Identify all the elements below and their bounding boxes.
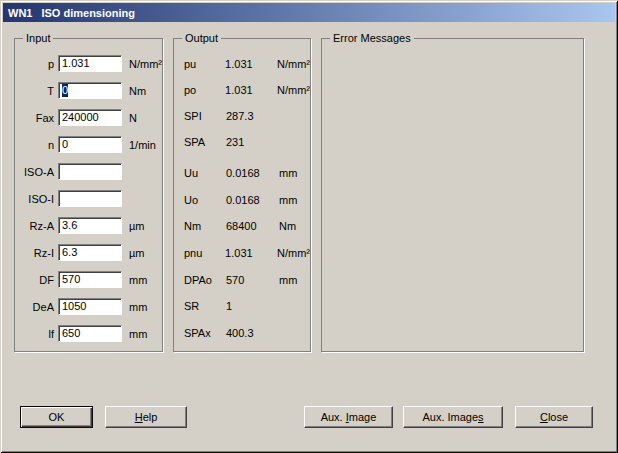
window-tag: WN1 [8,7,32,19]
input-row: Rz-A 3.6 µm [15,217,162,234]
input-label: T [15,85,54,97]
output-unit: Nm [279,220,296,232]
output-row: DPAo 570 mm [184,266,310,293]
input-value: 240000 [62,111,99,124]
output-label: pu [184,58,225,70]
output-row: SR 1 [184,293,310,320]
output-label: SPI [184,110,226,122]
input-field[interactable]: 0 [58,82,122,99]
input-unit: N/mm² [129,58,162,70]
input-value: 0 [62,138,68,151]
input-unit: mm [129,274,147,286]
input-value: 1.031 [62,57,90,70]
input-unit: 1/min [129,139,156,151]
input-row: Rz-I 6.3 µm [15,244,162,261]
input-unit: mm [129,328,147,340]
output-label: SPAx [184,327,226,339]
output-row: pnu 1.031 N/mm² [184,240,310,267]
input-group-label: Input [23,32,53,45]
input-field[interactable]: 240000 [58,109,122,126]
output-unit: N/mm² [277,84,310,96]
output-value: 1 [226,300,279,312]
input-unit: Nm [129,85,146,97]
output-label: SPA [184,136,226,148]
output-unit: N/mm² [277,58,310,70]
input-rows: p 1.031 N/mm² T 0 Nm Fax [15,39,162,342]
input-label: Fax [15,112,54,124]
input-row: ISO-I [15,190,162,207]
close-button[interactable]: Close [515,406,593,428]
input-field[interactable] [58,190,122,207]
aux-images-button[interactable]: Aux. Images [403,406,503,428]
input-label: p [15,58,54,70]
output-value: 287.3 [226,110,279,122]
output-value: 231 [226,136,279,148]
input-label: ISO-A [15,166,54,178]
input-row: n 0 1/min [15,136,162,153]
input-label: lf [15,328,54,340]
output-row: Uu 0.0168 mm [184,160,310,187]
output-value: 400.3 [226,327,279,339]
input-value: 1050 [62,300,86,313]
input-label: DeA [15,301,54,313]
output-group: Output pu 1.031 N/mm² po 1.031 N/mm² SPI… [173,38,311,352]
input-unit: mm [129,301,147,313]
output-unit: mm [279,167,297,179]
output-unit: N/mm² [277,247,310,259]
input-value: 3.6 [62,219,77,232]
input-unit: µm [129,247,145,259]
aux-image-button[interactable]: Aux. Image [304,406,393,428]
output-row: SPI 287.3 [184,103,310,129]
input-label: Rz-A [15,220,54,232]
input-group: Input p 1.031 N/mm² T 0 Nm [14,38,163,352]
output-label: Uu [184,167,226,179]
input-field[interactable]: 3.6 [58,217,122,234]
output-group-label: Output [182,32,221,45]
output-value: 1.031 [225,247,277,259]
input-label: Rz-I [15,247,54,259]
input-unit: N [129,112,137,124]
output-row: Nm 68400 Nm [184,213,310,240]
error-messages-group: Error Messages [321,38,584,352]
output-unit: mm [279,194,297,206]
output-label: Uo [184,194,226,206]
input-field[interactable]: 6.3 [58,244,122,261]
input-value: 0 [62,84,68,97]
output-label: po [184,84,225,96]
output-value: 68400 [226,220,279,232]
input-row: ISO-A [15,163,162,180]
input-unit: µm [129,220,145,232]
input-label: ISO-I [15,193,54,205]
dialog-window: WN1 ISO dimensioning Input p 1.031 N/mm²… [0,0,618,453]
input-field[interactable]: 1050 [58,298,122,315]
input-field[interactable]: 1.031 [58,55,122,72]
output-value: 570 [226,274,279,286]
output-fit-block: Uu 0.0168 mm Uo 0.0168 mm Nm 68400 Nm [174,160,310,346]
window-title: ISO dimensioning [41,7,135,19]
input-row: lf 650 mm [15,325,162,342]
input-row: DeA 1050 mm [15,298,162,315]
help-button[interactable]: Help [105,406,187,428]
input-value: 6.3 [62,246,77,259]
input-field[interactable]: 650 [58,325,122,342]
output-label: pnu [184,247,225,259]
titlebar[interactable]: WN1 ISO dimensioning [3,3,615,22]
output-value: 1.031 [225,58,277,70]
input-label: n [15,139,54,151]
output-label: SR [184,300,226,312]
input-label: DF [15,274,54,286]
input-field[interactable]: 0 [58,136,122,153]
input-row: p 1.031 N/mm² [15,55,162,72]
output-row: po 1.031 N/mm² [184,77,310,103]
input-row: Fax 240000 N [15,109,162,126]
input-field[interactable]: 570 [58,271,122,288]
output-row: SPA 231 [184,129,310,155]
error-messages-label: Error Messages [330,32,414,45]
output-value: 0.0168 [226,194,279,206]
ok-button[interactable]: OK [20,406,93,428]
output-row: SPAx 400.3 [184,320,310,347]
input-field[interactable] [58,163,122,180]
output-unit: mm [279,274,297,286]
output-row: Uo 0.0168 mm [184,187,310,214]
input-row: T 0 Nm [15,82,162,99]
